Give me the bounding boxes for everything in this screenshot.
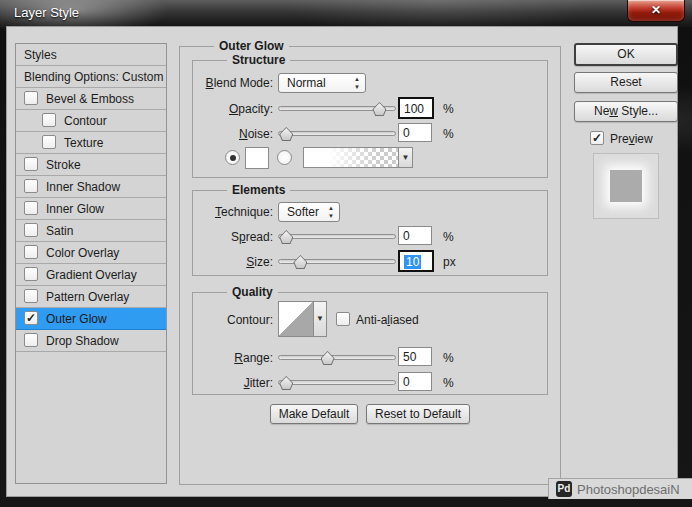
reset-button[interactable]: Reset [574,72,678,93]
slider-thumb[interactable] [321,351,335,365]
technique-select[interactable]: Softer ▲▼ [278,202,340,222]
sidebar-header-styles[interactable]: Styles [16,44,166,66]
size-slider[interactable] [278,256,396,268]
opacity-slider[interactable] [278,103,396,115]
opacity-label: Opacity: [193,102,273,116]
elements-title: Elements [227,183,290,197]
range-input[interactable]: 50 [398,347,432,366]
checkbox[interactable] [24,91,38,105]
checkbox[interactable] [24,157,38,171]
noise-slider[interactable] [278,128,396,140]
sidebar-item-inner-shadow[interactable]: Inner Shadow [16,176,166,198]
sidebar-item-label: Drop Shadow [46,334,119,348]
title-bar[interactable]: Layer Style [0,0,692,26]
checkbox[interactable] [24,333,38,347]
structure-title: Structure [227,53,290,67]
reset-to-default-button[interactable]: Reset to Default [366,404,470,424]
sidebar-item-inner-glow[interactable]: Inner Glow [16,198,166,220]
slider-thumb[interactable] [293,255,307,269]
elements-section: Elements Technique: Softer ▲▼ Spread: 0 … [192,190,548,276]
checkbox[interactable] [24,223,38,237]
slider-thumb[interactable] [279,376,293,390]
sidebar-item-label: Blending Options: Custom [24,70,163,84]
checkbox[interactable] [24,201,38,215]
size-label: Size: [193,255,273,269]
gradient-dropdown-button[interactable]: ▼ [398,147,413,168]
checkbox[interactable] [42,135,56,149]
blend-mode-label: Blend Mode: [193,76,273,90]
quality-section: Quality Contour: ▼ Anti-aliased Range: 5… [192,292,548,395]
slider-thumb[interactable] [279,127,293,141]
color-radio[interactable] [225,150,240,165]
sidebar-item-label: Satin [46,224,73,238]
quality-title: Quality [227,285,278,299]
gradient-picker[interactable] [303,147,399,168]
checkbox-checked[interactable]: ✓ [24,311,38,325]
check-icon: ✓ [592,131,602,145]
slider-track [278,131,396,136]
checkbox[interactable] [42,113,56,127]
opacity-input[interactable]: 100 [398,97,434,119]
checkbox[interactable] [24,267,38,281]
jitter-label: Jitter: [193,376,273,390]
make-default-button[interactable]: Make Default [270,404,358,424]
sidebar-item-label: Inner Shadow [46,180,120,194]
new-style-button[interactable]: New Style... [574,101,678,122]
sidebar-item-texture[interactable]: Texture [16,132,166,154]
sidebar-item-outer-glow[interactable]: ✓ Outer Glow [16,308,166,330]
spread-label: Spread: [193,230,273,244]
sidebar-item-label: Gradient Overlay [46,268,137,282]
photoshopdesain-logo: Pd [556,481,572,497]
styles-sidebar: Styles Blending Options: Custom Bevel & … [15,43,167,484]
sidebar-item-stroke[interactable]: Stroke [16,154,166,176]
checkbox[interactable] [24,289,38,303]
sidebar-item-bevel-emboss[interactable]: Bevel & Emboss [16,88,166,110]
preview-checkbox[interactable]: ✓ [590,131,604,145]
sidebar-item-label: Bevel & Emboss [46,92,134,106]
combo-arrows-icon: ▲▼ [328,204,334,220]
technique-value: Softer [287,205,319,219]
range-unit: % [443,351,454,365]
sidebar-item-label: Texture [64,136,103,150]
slider-thumb[interactable] [372,102,386,116]
ok-button[interactable]: OK [574,43,678,66]
caret-down-icon: ▼ [402,153,410,162]
style-preview-thumbnail [593,153,659,219]
sidebar-item-blending-options[interactable]: Blending Options: Custom [16,66,166,88]
size-unit: px [443,255,456,269]
checkbox[interactable] [24,245,38,259]
sidebar-item-label: Color Overlay [46,246,119,260]
blend-mode-select[interactable]: Normal ▲▼ [278,73,366,93]
sidebar-item-label: Contour [64,114,107,128]
range-label: Range: [193,351,273,365]
contour-label: Contour: [193,313,273,327]
sidebar-item-drop-shadow[interactable]: Drop Shadow [16,330,166,352]
range-slider[interactable] [278,352,396,364]
anti-aliased-checkbox[interactable] [336,312,350,326]
jitter-slider[interactable] [278,377,396,389]
panel-title: Outer Glow [214,39,289,53]
combo-arrows-icon: ▲▼ [354,75,360,91]
spread-slider[interactable] [278,231,396,243]
contour-dropdown-button[interactable]: ▼ [313,301,327,337]
watermark: Pd PhotoshopdesaiN [548,478,692,499]
checkbox[interactable] [24,179,38,193]
spread-unit: % [443,230,454,244]
slider-thumb[interactable] [279,230,293,244]
noise-input[interactable]: 0 [398,123,432,142]
sidebar-item-contour[interactable]: Contour [16,110,166,132]
gradient-radio[interactable] [277,150,292,165]
technique-label: Technique: [193,205,273,219]
contour-picker[interactable] [278,301,314,337]
slider-track [278,380,396,385]
sidebar-item-satin[interactable]: Satin [16,220,166,242]
close-button[interactable]: ✕ [627,0,685,22]
check-icon: ✓ [26,311,36,325]
spread-input[interactable]: 0 [398,226,432,245]
size-input[interactable]: 10 [398,250,434,272]
sidebar-item-color-overlay[interactable]: Color Overlay [16,242,166,264]
glow-color-swatch[interactable] [245,147,269,169]
jitter-input[interactable]: 0 [398,372,432,391]
sidebar-item-pattern-overlay[interactable]: Pattern Overlay [16,286,166,308]
sidebar-item-gradient-overlay[interactable]: Gradient Overlay [16,264,166,286]
